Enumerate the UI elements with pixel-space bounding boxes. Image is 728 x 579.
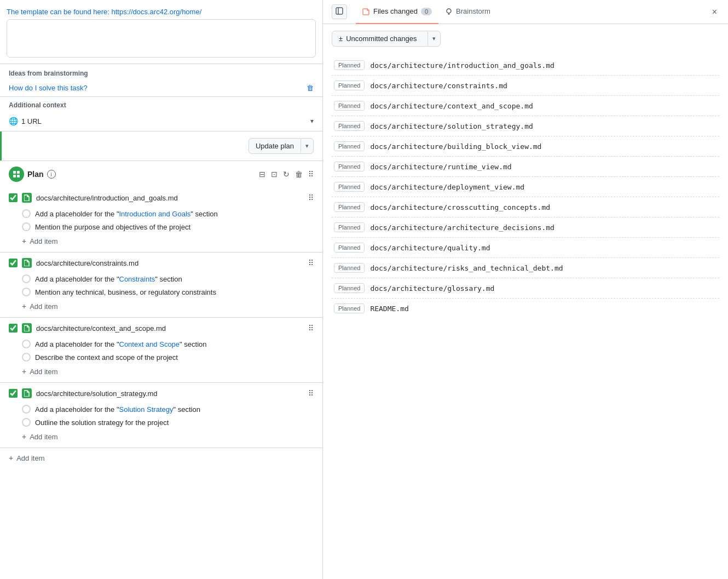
task-file-icon-3: [22, 388, 32, 398]
drag-plan-icon[interactable]: ⠿: [308, 170, 314, 179]
task-radio-0-0[interactable]: [22, 209, 31, 218]
svg-rect-1: [17, 171, 20, 174]
delete-plan-icon[interactable]: 🗑: [295, 170, 303, 179]
url-chevron-icon[interactable]: ▾: [310, 117, 314, 125]
update-plan-main-btn[interactable]: Update plan: [249, 139, 301, 153]
url-count: 1 URL: [21, 117, 42, 125]
planned-badge: Planned: [334, 263, 365, 273]
bottom-add-item-row[interactable]: + Add item: [0, 448, 322, 468]
tab-brainstorm[interactable]: Brainstorm: [438, 0, 497, 24]
bottom-add-item-text[interactable]: Add item: [16, 454, 44, 462]
task-text-3-0: Add a placeholder for the "Solution Stra…: [35, 405, 200, 414]
file-list-item[interactable]: Planneddocs/architecture/crosscutting_co…: [332, 197, 719, 217]
file-list-item[interactable]: Planneddocs/architecture/solution_strate…: [332, 116, 719, 136]
update-plan-button[interactable]: Update plan ▾: [249, 138, 314, 154]
task-radio-2-0[interactable]: [22, 340, 31, 348]
add-item-row-2[interactable]: +Add item: [9, 364, 314, 380]
files-changed-badge: 0: [421, 8, 432, 15]
svg-point-6: [447, 9, 451, 13]
add-item-plus-0: +: [22, 237, 26, 245]
tab-files-changed[interactable]: Files changed 0: [356, 0, 438, 24]
plan-info-icon[interactable]: i: [47, 170, 56, 179]
add-item-text-2[interactable]: Add item: [30, 368, 57, 376]
task-radio-2-1[interactable]: [22, 353, 31, 362]
task-file-checkbox-2[interactable]: [9, 324, 18, 333]
task-drag-handle-3[interactable]: ⠿: [308, 389, 314, 398]
planned-badge: Planned: [334, 162, 365, 171]
task-item-2-0: Add a placeholder for the "Context and S…: [9, 337, 314, 351]
add-item-row-0[interactable]: +Add item: [9, 233, 314, 250]
plan-label: Plan: [27, 170, 44, 179]
planned-badge: Planned: [334, 81, 365, 90]
close-panel-btn[interactable]: ×: [710, 7, 719, 17]
add-item-row-3[interactable]: +Add item: [9, 429, 314, 445]
task-group-3: docs/architecture/solution_strategy.md⠿A…: [0, 383, 322, 448]
file-path: docs/architecture/deployment_view.md: [370, 183, 524, 191]
task-radio-3-1[interactable]: [22, 418, 31, 427]
task-file-header-1: docs/architecture/constraints.md⠿: [9, 258, 314, 268]
file-path: docs/architecture/context_and_scope.md: [370, 102, 533, 110]
tab-files-changed-label: Files changed: [373, 7, 418, 15]
filter-icon[interactable]: ⊟: [259, 170, 265, 179]
planned-badge: Planned: [334, 243, 365, 253]
file-list: Planneddocs/architecture/introduction_an…: [332, 55, 719, 318]
svg-rect-0: [13, 171, 16, 174]
url-row[interactable]: 🌐 1 URL ▾: [0, 113, 322, 131]
file-list-item[interactable]: Planneddocs/architecture/constraints.md: [332, 76, 719, 96]
add-item-plus-3: +: [22, 432, 26, 441]
task-item-0-1: Mention the purpose and objectives of th…: [9, 220, 314, 233]
task-radio-1-0[interactable]: [22, 274, 31, 283]
add-item-plus-2: +: [22, 367, 26, 376]
add-item-text-3[interactable]: Add item: [30, 433, 57, 441]
file-list-item[interactable]: Planneddocs/architecture/introduction_an…: [332, 55, 719, 76]
file-list-item[interactable]: Planneddocs/architecture/deployment_view…: [332, 177, 719, 197]
right-content: ± Uncommitted changes ▾ Planneddocs/arch…: [323, 24, 728, 579]
plan-avatar: [9, 167, 24, 182]
add-item-text-0[interactable]: Add item: [30, 237, 57, 245]
file-list-item[interactable]: Planneddocs/architecture/building_block_…: [332, 136, 719, 157]
task-item-3-0: Add a placeholder for the "Solution Stra…: [9, 403, 314, 416]
task-group-2: docs/architecture/context_and_scope.md⠿A…: [0, 318, 322, 383]
planned-badge: Planned: [334, 222, 365, 232]
plan-header: Plan i ⊟ ⊡ ↻ 🗑 ⠿: [0, 161, 322, 187]
file-list-item[interactable]: Planneddocs/architecture/context_and_sco…: [332, 96, 719, 116]
collapse-sidebar-btn[interactable]: [332, 4, 347, 19]
file-path: README.md: [370, 305, 408, 313]
add-file-icon[interactable]: ⊡: [271, 170, 278, 179]
left-panel: The template can be found here: https://…: [0, 0, 323, 579]
add-item-row-1[interactable]: +Add item: [9, 299, 314, 315]
file-list-item[interactable]: PlannedREADME.md: [332, 299, 719, 318]
refresh-icon[interactable]: ↻: [283, 170, 290, 179]
svg-rect-4: [336, 8, 343, 14]
planned-badge: Planned: [334, 202, 365, 212]
task-radio-0-1[interactable]: [22, 222, 31, 231]
task-item-3-1: Outline the solution strategy for the pr…: [9, 416, 314, 429]
task-drag-handle-0[interactable]: ⠿: [308, 193, 314, 202]
planned-badge: Planned: [334, 283, 365, 293]
file-list-item[interactable]: Planneddocs/architecture/risks_and_techn…: [332, 258, 719, 278]
file-list-item[interactable]: Planneddocs/architecture/architecture_de…: [332, 217, 719, 238]
task-group-0: docs/architecture/introduction_and_goals…: [0, 187, 322, 253]
task-file-checkbox-3[interactable]: [9, 389, 18, 398]
task-file-name-1: docs/architecture/constraints.md: [36, 259, 304, 267]
task-drag-handle-2[interactable]: ⠿: [308, 324, 314, 333]
right-tabs-bar: Files changed 0 Brainstorm ×: [323, 0, 728, 24]
template-link[interactable]: The template can be found here: https://…: [7, 4, 316, 19]
file-list-item[interactable]: Planneddocs/architecture/glossary.md: [332, 278, 719, 299]
add-item-text-1[interactable]: Add item: [30, 302, 57, 311]
update-plan-dropdown-btn[interactable]: ▾: [301, 139, 313, 153]
delete-brainstorm-icon[interactable]: 🗑: [307, 84, 314, 92]
task-radio-3-0[interactable]: [22, 405, 31, 414]
uncommitted-changes-btn[interactable]: ± Uncommitted changes ▾: [332, 31, 441, 47]
notes-textarea[interactable]: [7, 19, 316, 58]
uncommitted-main-btn[interactable]: ± Uncommitted changes: [332, 31, 423, 46]
uncommitted-dropdown-btn[interactable]: ▾: [427, 32, 440, 45]
file-list-item[interactable]: Planneddocs/architecture/runtime_view.md: [332, 157, 719, 177]
task-radio-1-1[interactable]: [22, 288, 31, 296]
file-list-item[interactable]: Planneddocs/architecture/quality.md: [332, 238, 719, 258]
task-item-2-1: Describe the context and scope of the pr…: [9, 351, 314, 364]
task-file-checkbox-1[interactable]: [9, 259, 18, 267]
brainstorm-section-label: Ideas from brainstorming: [0, 64, 322, 79]
task-file-checkbox-0[interactable]: [9, 193, 18, 202]
task-drag-handle-1[interactable]: ⠿: [308, 259, 314, 267]
